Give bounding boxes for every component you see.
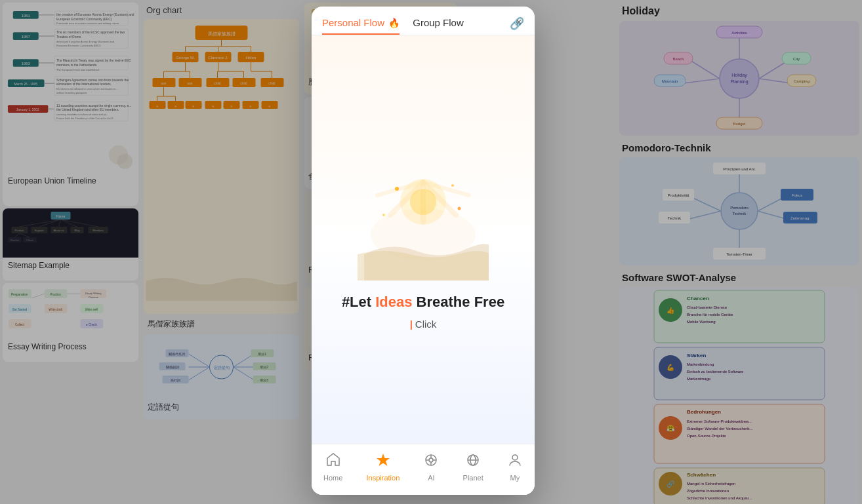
nav-inspiration[interactable]: Inspiration (359, 450, 408, 484)
planet-icon (465, 452, 481, 472)
nav-planet[interactable]: Planet (455, 450, 491, 484)
headline-suffix: Breathe Free (413, 294, 505, 310)
group-flow-tab-label: Group Flow (413, 17, 464, 28)
personal-flow-tab-label: Personal Flow (322, 17, 384, 28)
svg-point-303 (395, 187, 399, 191)
svg-point-308 (429, 458, 433, 462)
svg-point-302 (410, 189, 436, 215)
nav-home-label: Home (323, 474, 342, 482)
nav-ai[interactable]: AI (415, 450, 447, 484)
personal-flow-icon: 🔥 (388, 18, 400, 28)
svg-point-304 (451, 184, 454, 187)
modal-bottom-nav: Home Inspiration AI (312, 444, 535, 495)
home-icon (325, 452, 341, 472)
modal-illustration-svg (358, 149, 489, 281)
modal-dialog: × Personal Flow 🔥 Group Flow 🔗 (312, 7, 535, 495)
nav-planet-label: Planet (463, 474, 483, 482)
modal-illustration (358, 149, 489, 281)
svg-point-316 (512, 455, 518, 460)
nav-home[interactable]: Home (316, 450, 350, 484)
ai-icon (423, 452, 439, 472)
svg-point-306 (382, 214, 385, 216)
svg-point-305 (458, 207, 461, 210)
nav-ai-label: AI (428, 474, 434, 482)
modal-tabs: Personal Flow 🔥 Group Flow 🔗 (312, 12, 535, 35)
modal-subtitle[interactable]: Click (410, 319, 437, 330)
modal-click-label: Click (415, 319, 437, 330)
tab-group-flow[interactable]: Group Flow (413, 12, 464, 35)
tab-personal-flow[interactable]: Personal Flow 🔥 (322, 12, 400, 35)
headline-highlight: Ideas (375, 294, 412, 310)
my-icon (507, 452, 523, 472)
modal-close-button[interactable]: × (511, 14, 527, 30)
headline-prefix: #Let (342, 294, 375, 310)
modal-headline: #Let Ideas Breathe Free (342, 294, 504, 311)
inspiration-icon (375, 452, 391, 472)
modal-content-area: #Let Ideas Breathe Free Click (312, 35, 535, 444)
nav-my[interactable]: My (499, 450, 531, 484)
nav-my-label: My (510, 474, 520, 482)
nav-inspiration-label: Inspiration (367, 474, 400, 482)
